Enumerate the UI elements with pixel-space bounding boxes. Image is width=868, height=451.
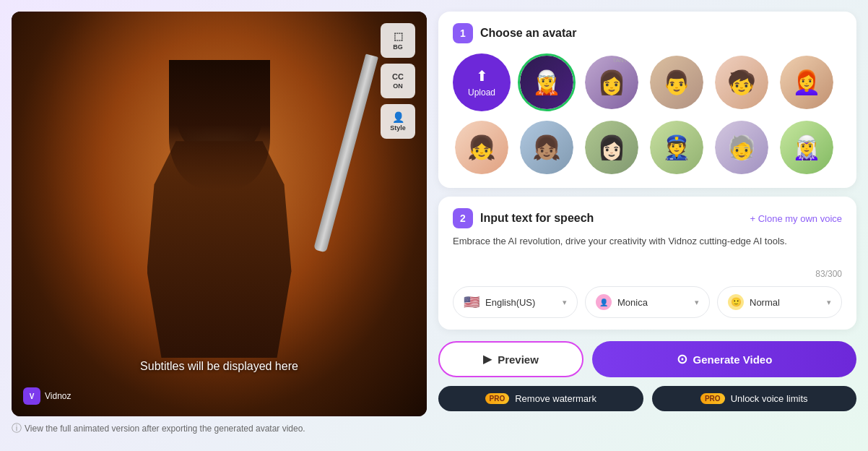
avatar-image-1: 🧝 xyxy=(520,53,573,111)
generate-label: Generate Video xyxy=(693,353,773,366)
tg-label: TANY&C xyxy=(612,57,635,64)
char-count: 83/300 xyxy=(453,269,842,279)
unlock-voice-button[interactable]: PRO Unlock voice limits xyxy=(652,386,857,411)
subtitle-text: Subtitles will be displayed here xyxy=(140,360,298,373)
upload-label: Upload xyxy=(468,87,495,98)
avatar-item-10[interactable]: 🧓 xyxy=(713,119,771,176)
avatar-item-9[interactable]: 👮 xyxy=(648,119,706,176)
bg-label: BG xyxy=(393,43,403,51)
avatar-image-8: 👩🏻 xyxy=(585,119,638,176)
avatar-row-2: 👧 👧🏽 👩🏻 xyxy=(453,119,842,176)
bg-icon: ⬚ xyxy=(394,30,403,42)
preview-play-icon: ▶ xyxy=(483,353,492,366)
avatar-image-5: 👩‍🦰 xyxy=(780,53,833,111)
emotion-dropdown[interactable]: 🙂 Normal ▾ xyxy=(717,286,842,318)
video-preview: Subtitles will be displayed here V Vidno… xyxy=(12,12,427,416)
avatars-section: ⬆ Upload 🧝 👩 TANY&C xyxy=(453,53,842,176)
speech-text[interactable]: Embrace the AI revolution, drive your cr… xyxy=(453,234,842,263)
left-panel: Subtitles will be displayed here V Vidno… xyxy=(12,12,427,435)
language-chevron-icon: ▾ xyxy=(563,298,567,307)
speech-card: 2 Input text for speech + Clone my own v… xyxy=(438,197,856,330)
upload-arrow-icon: ⬆ xyxy=(476,67,488,85)
avatar-image-2: 👩 TANY&C xyxy=(585,53,638,111)
remove-watermark-button[interactable]: PRO Remove watermark xyxy=(438,386,643,411)
generate-icon: ⊙ xyxy=(677,351,687,367)
avatar-item-7[interactable]: 👧🏽 xyxy=(518,119,576,176)
voice-value: Monica xyxy=(617,297,648,308)
pro-badge-watermark: PRO xyxy=(485,393,510,404)
generate-button[interactable]: ⊙ Generate Video xyxy=(592,341,856,377)
pro-badge-voice: PRO xyxy=(700,393,725,404)
avatar-item-8[interactable]: 👩🏻 xyxy=(583,119,641,176)
upload-avatar[interactable]: ⬆ Upload xyxy=(453,53,511,111)
clone-voice-link[interactable]: + Clone my own voice xyxy=(750,213,842,224)
vidnoz-logo: V Vidnoz xyxy=(23,387,71,405)
style-label: Style xyxy=(390,124,406,132)
avatar-image-10: 🧓 xyxy=(715,119,768,176)
emotion-chevron-icon: ▾ xyxy=(827,298,831,307)
dropdowns-row: 🇺🇸 English(US) ▾ 👤 Monica ▾ 🙂 Norm xyxy=(453,286,842,318)
voice-dropdown-inner: 👤 Monica xyxy=(596,294,648,310)
video-controls: ⬚ BG CC ON 👤 Style xyxy=(381,23,415,139)
step2-badge: 2 xyxy=(453,208,473,228)
cc-button[interactable]: CC ON xyxy=(381,64,415,98)
emotion-dropdown-inner: 🙂 Normal xyxy=(728,294,780,310)
speech-card-title: Input text for speech xyxy=(480,212,594,225)
pro-row: PRO Remove watermark PRO Unlock voice li… xyxy=(438,386,856,411)
avatar-image-6: 👧 xyxy=(455,119,508,176)
preview-label: Preview xyxy=(498,353,539,366)
bg-button[interactable]: ⬚ BG xyxy=(381,23,415,58)
language-value: English(US) xyxy=(485,297,535,308)
voice-chevron-icon: ▾ xyxy=(695,298,699,307)
language-dropdown-inner: 🇺🇸 English(US) xyxy=(464,294,535,310)
vidnoz-icon: V xyxy=(23,387,40,405)
voice-avatar-icon: 👤 xyxy=(596,294,612,310)
avatar-item-3[interactable]: 👨 xyxy=(648,53,706,111)
cc-icon: CC xyxy=(392,72,404,81)
emotion-smiley-icon: 🙂 xyxy=(728,294,744,310)
avatar-card-title: Choose an avatar xyxy=(480,27,576,40)
avatar-image-4: 🧒 xyxy=(715,53,768,111)
speech-card-header: 2 Input text for speech + Clone my own v… xyxy=(453,208,842,228)
voice-dropdown[interactable]: 👤 Monica ▾ xyxy=(585,286,710,318)
avatar-item-1[interactable]: 🧝 xyxy=(518,53,576,111)
avatar-card: 1 Choose an avatar ⬆ Upload 🧝 xyxy=(438,12,856,188)
avatar-item-2[interactable]: 👩 TANY&C xyxy=(583,53,641,111)
avatar-card-header: 1 Choose an avatar xyxy=(453,23,842,43)
avatar-item-11[interactable]: 🧝‍♀️ xyxy=(778,119,836,176)
avatar-image-3: 👨 xyxy=(650,53,703,111)
step1-badge: 1 xyxy=(453,23,473,43)
avatar-row-1: ⬆ Upload 🧝 👩 TANY&C xyxy=(453,53,842,111)
language-dropdown[interactable]: 🇺🇸 English(US) ▾ xyxy=(453,286,578,318)
avatar-image-11: 🧝‍♀️ xyxy=(780,119,833,176)
preview-button[interactable]: ▶ Preview xyxy=(438,341,583,377)
remove-watermark-label: Remove watermark xyxy=(515,393,596,404)
action-row: ▶ Preview ⊙ Generate Video xyxy=(438,341,856,377)
style-icon: 👤 xyxy=(392,111,404,123)
style-button[interactable]: 👤 Style xyxy=(381,104,415,139)
avatar-image-7: 👧🏽 xyxy=(520,119,573,176)
right-panel: 1 Choose an avatar ⬆ Upload 🧝 xyxy=(438,12,856,411)
avatar-item-4[interactable]: 🧒 xyxy=(713,53,771,111)
info-text: View the full animated version after exp… xyxy=(25,424,305,434)
info-icon: ⓘ xyxy=(12,422,22,435)
info-bar: ⓘ View the full animated version after e… xyxy=(12,422,427,435)
avatar-item-5[interactable]: 👩‍🦰 xyxy=(778,53,836,111)
video-background xyxy=(12,12,427,416)
unlock-voice-label: Unlock voice limits xyxy=(731,393,808,404)
us-flag-icon: 🇺🇸 xyxy=(464,294,479,310)
vidnoz-name: Vidnoz xyxy=(45,391,71,401)
avatar-item-6[interactable]: 👧 xyxy=(453,119,511,176)
emotion-value: Normal xyxy=(750,297,780,308)
cc-label: ON xyxy=(393,82,403,90)
avatar-image-9: 👮 xyxy=(650,119,703,176)
